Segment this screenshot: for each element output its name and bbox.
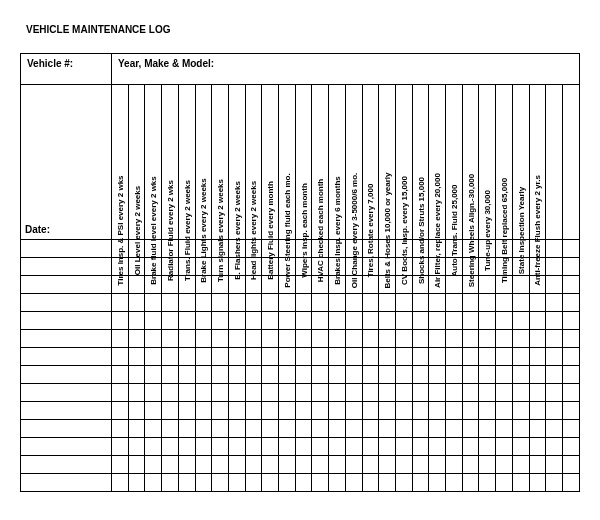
- log-cell[interactable]: [112, 474, 129, 492]
- log-cell[interactable]: [529, 294, 546, 312]
- log-cell[interactable]: [412, 330, 429, 348]
- log-cell[interactable]: [479, 294, 496, 312]
- log-cell[interactable]: [412, 366, 429, 384]
- log-cell[interactable]: [212, 312, 229, 330]
- log-cell[interactable]: [212, 438, 229, 456]
- log-cell[interactable]: [329, 330, 346, 348]
- log-cell[interactable]: [279, 474, 296, 492]
- log-cell[interactable]: [479, 438, 496, 456]
- log-cell[interactable]: [429, 438, 446, 456]
- log-cell[interactable]: [112, 438, 129, 456]
- log-cell[interactable]: [329, 348, 346, 366]
- log-cell[interactable]: [362, 312, 379, 330]
- log-cell[interactable]: [245, 474, 262, 492]
- log-cell[interactable]: [262, 456, 279, 474]
- log-cell[interactable]: [412, 402, 429, 420]
- log-cell[interactable]: [412, 456, 429, 474]
- log-cell[interactable]: [429, 474, 446, 492]
- log-cell[interactable]: [512, 312, 529, 330]
- log-cell[interactable]: [228, 474, 245, 492]
- log-cell[interactable]: [295, 384, 312, 402]
- log-cell[interactable]: [312, 312, 329, 330]
- log-cell[interactable]: [512, 366, 529, 384]
- log-cell[interactable]: [479, 276, 496, 294]
- log-cell[interactable]: [145, 348, 162, 366]
- log-cell[interactable]: [496, 420, 513, 438]
- log-cell[interactable]: [112, 312, 129, 330]
- log-cell[interactable]: [462, 402, 479, 420]
- log-cell[interactable]: [228, 294, 245, 312]
- log-cell[interactable]: [245, 366, 262, 384]
- log-cell[interactable]: [412, 420, 429, 438]
- log-cell[interactable]: [262, 474, 279, 492]
- log-cell[interactable]: [279, 312, 296, 330]
- log-cell[interactable]: [245, 348, 262, 366]
- log-cell[interactable]: [329, 420, 346, 438]
- log-cell[interactable]: [295, 420, 312, 438]
- log-cell[interactable]: [462, 474, 479, 492]
- log-cell[interactable]: [145, 402, 162, 420]
- log-cell[interactable]: [162, 294, 179, 312]
- log-cell[interactable]: [228, 420, 245, 438]
- log-cell[interactable]: [329, 384, 346, 402]
- log-cell[interactable]: [295, 276, 312, 294]
- log-cell[interactable]: [462, 420, 479, 438]
- date-cell[interactable]: [21, 438, 112, 456]
- log-cell[interactable]: [178, 330, 195, 348]
- log-cell[interactable]: [562, 456, 579, 474]
- log-cell[interactable]: [562, 276, 579, 294]
- log-cell[interactable]: [395, 384, 412, 402]
- log-cell[interactable]: [379, 474, 396, 492]
- log-cell[interactable]: [429, 402, 446, 420]
- log-cell[interactable]: [562, 330, 579, 348]
- log-cell[interactable]: [446, 402, 463, 420]
- log-cell[interactable]: [112, 366, 129, 384]
- log-cell[interactable]: [145, 438, 162, 456]
- log-cell[interactable]: [429, 384, 446, 402]
- log-cell[interactable]: [496, 456, 513, 474]
- log-cell[interactable]: [562, 312, 579, 330]
- log-cell[interactable]: [212, 384, 229, 402]
- log-cell[interactable]: [195, 456, 212, 474]
- log-cell[interactable]: [262, 420, 279, 438]
- log-cell[interactable]: [362, 366, 379, 384]
- log-cell[interactable]: [446, 312, 463, 330]
- log-cell[interactable]: [162, 348, 179, 366]
- log-cell[interactable]: [128, 348, 145, 366]
- log-cell[interactable]: [128, 384, 145, 402]
- log-cell[interactable]: [562, 258, 579, 276]
- log-cell[interactable]: [228, 348, 245, 366]
- log-cell[interactable]: [128, 330, 145, 348]
- log-cell[interactable]: [162, 330, 179, 348]
- log-cell[interactable]: [362, 438, 379, 456]
- log-cell[interactable]: [195, 294, 212, 312]
- log-cell[interactable]: [512, 474, 529, 492]
- log-cell[interactable]: [312, 420, 329, 438]
- log-cell[interactable]: [496, 312, 513, 330]
- log-cell[interactable]: [529, 420, 546, 438]
- log-cell[interactable]: [529, 348, 546, 366]
- log-cell[interactable]: [462, 312, 479, 330]
- log-cell[interactable]: [462, 438, 479, 456]
- log-cell[interactable]: [262, 294, 279, 312]
- log-cell[interactable]: [496, 384, 513, 402]
- log-cell[interactable]: [529, 438, 546, 456]
- log-cell[interactable]: [212, 348, 229, 366]
- log-cell[interactable]: [345, 366, 362, 384]
- date-cell[interactable]: [21, 258, 112, 276]
- log-cell[interactable]: [562, 402, 579, 420]
- log-cell[interactable]: [145, 474, 162, 492]
- log-cell[interactable]: [429, 312, 446, 330]
- log-cell[interactable]: [379, 438, 396, 456]
- log-cell[interactable]: [446, 420, 463, 438]
- log-cell[interactable]: [295, 330, 312, 348]
- log-cell[interactable]: [546, 402, 563, 420]
- log-cell[interactable]: [212, 474, 229, 492]
- log-cell[interactable]: [446, 474, 463, 492]
- date-cell[interactable]: [21, 402, 112, 420]
- log-cell[interactable]: [546, 474, 563, 492]
- log-cell[interactable]: [362, 384, 379, 402]
- log-cell[interactable]: [178, 294, 195, 312]
- log-cell[interactable]: [412, 438, 429, 456]
- log-cell[interactable]: [462, 294, 479, 312]
